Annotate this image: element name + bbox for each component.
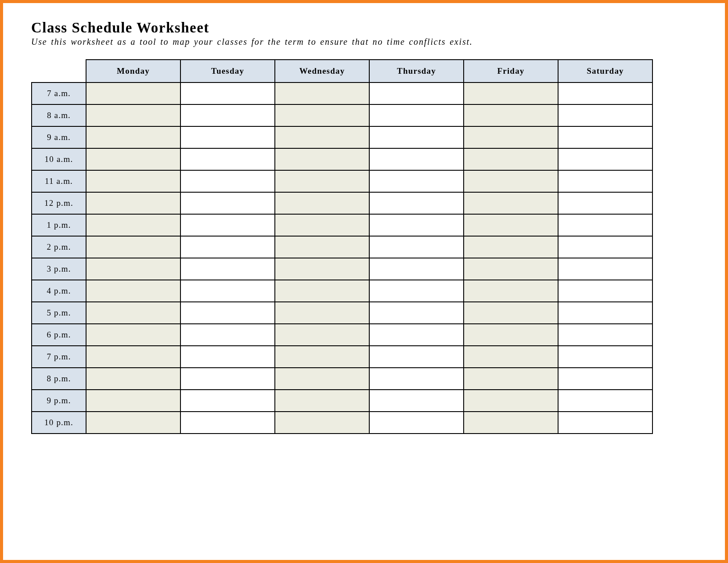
schedule-cell[interactable] [558,324,652,346]
schedule-row: 3 p.m. [32,258,652,280]
schedule-cell[interactable] [369,126,464,148]
schedule-cell[interactable] [464,280,558,302]
schedule-cell[interactable] [275,412,369,434]
schedule-cell[interactable] [369,412,464,434]
schedule-cell[interactable] [275,302,369,324]
schedule-cell[interactable] [275,368,369,390]
schedule-cell[interactable] [369,82,464,104]
schedule-cell[interactable] [86,104,180,126]
schedule-cell[interactable] [464,258,558,280]
schedule-cell[interactable] [86,412,180,434]
schedule-cell[interactable] [464,104,558,126]
schedule-cell[interactable] [86,236,180,258]
schedule-cell[interactable] [558,368,652,390]
schedule-cell[interactable] [180,104,275,126]
schedule-cell[interactable] [180,148,275,170]
schedule-cell[interactable] [464,148,558,170]
schedule-cell[interactable] [464,302,558,324]
schedule-cell[interactable] [558,280,652,302]
schedule-cell[interactable] [558,236,652,258]
schedule-cell[interactable] [275,104,369,126]
schedule-cell[interactable] [180,126,275,148]
schedule-cell[interactable] [369,192,464,214]
schedule-cell[interactable] [180,412,275,434]
schedule-cell[interactable] [86,126,180,148]
schedule-cell[interactable] [558,126,652,148]
schedule-cell[interactable] [86,302,180,324]
schedule-cell[interactable] [275,126,369,148]
schedule-cell[interactable] [86,192,180,214]
schedule-cell[interactable] [464,324,558,346]
schedule-cell[interactable] [369,390,464,412]
schedule-cell[interactable] [86,258,180,280]
schedule-cell[interactable] [86,214,180,236]
schedule-cell[interactable] [558,104,652,126]
schedule-cell[interactable] [86,82,180,104]
schedule-cell[interactable] [275,236,369,258]
schedule-cell[interactable] [464,390,558,412]
schedule-cell[interactable] [180,258,275,280]
schedule-cell[interactable] [558,258,652,280]
schedule-cell[interactable] [275,346,369,368]
schedule-cell[interactable] [369,236,464,258]
schedule-cell[interactable] [86,148,180,170]
schedule-cell[interactable] [86,390,180,412]
schedule-cell[interactable] [180,390,275,412]
schedule-cell[interactable] [180,236,275,258]
schedule-cell[interactable] [86,170,180,192]
schedule-cell[interactable] [558,192,652,214]
schedule-cell[interactable] [275,170,369,192]
schedule-cell[interactable] [180,214,275,236]
schedule-cell[interactable] [558,390,652,412]
schedule-cell[interactable] [86,280,180,302]
schedule-cell[interactable] [275,258,369,280]
schedule-cell[interactable] [464,214,558,236]
schedule-cell[interactable] [464,82,558,104]
schedule-cell[interactable] [369,302,464,324]
schedule-cell[interactable] [275,148,369,170]
schedule-cell[interactable] [464,192,558,214]
schedule-cell[interactable] [275,324,369,346]
schedule-cell[interactable] [558,412,652,434]
schedule-cell[interactable] [369,324,464,346]
schedule-cell[interactable] [180,368,275,390]
schedule-cell[interactable] [86,346,180,368]
schedule-cell[interactable] [180,82,275,104]
schedule-cell[interactable] [369,214,464,236]
schedule-cell[interactable] [275,214,369,236]
schedule-cell[interactable] [180,302,275,324]
schedule-cell[interactable] [369,148,464,170]
schedule-cell[interactable] [558,170,652,192]
schedule-cell[interactable] [180,280,275,302]
day-header: Wednesday [275,60,369,82]
schedule-cell[interactable] [180,346,275,368]
schedule-cell[interactable] [369,280,464,302]
schedule-cell[interactable] [558,214,652,236]
schedule-cell[interactable] [369,346,464,368]
schedule-cell[interactable] [464,170,558,192]
schedule-cell[interactable] [464,346,558,368]
schedule-cell[interactable] [275,390,369,412]
schedule-cell[interactable] [558,302,652,324]
schedule-cell[interactable] [369,368,464,390]
schedule-cell[interactable] [369,170,464,192]
schedule-row: 7 a.m. [32,82,652,104]
schedule-cell[interactable] [464,412,558,434]
schedule-cell[interactable] [275,192,369,214]
schedule-cell[interactable] [464,126,558,148]
schedule-cell[interactable] [86,324,180,346]
schedule-cell[interactable] [558,82,652,104]
schedule-cell[interactable] [558,148,652,170]
schedule-cell[interactable] [558,346,652,368]
schedule-cell[interactable] [464,368,558,390]
schedule-cell[interactable] [180,324,275,346]
schedule-cell[interactable] [369,258,464,280]
schedule-cell[interactable] [275,82,369,104]
schedule-cell[interactable] [180,192,275,214]
schedule-cell[interactable] [275,280,369,302]
schedule-cell[interactable] [369,104,464,126]
page-title: Class Schedule Worksheet [31,20,699,36]
schedule-cell[interactable] [180,170,275,192]
schedule-cell[interactable] [86,368,180,390]
schedule-cell[interactable] [464,236,558,258]
